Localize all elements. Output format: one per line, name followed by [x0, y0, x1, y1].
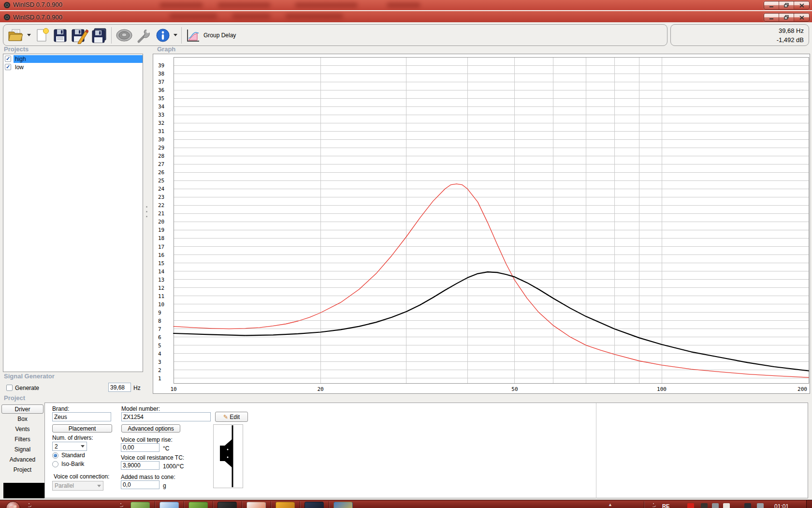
graph-panel[interactable]: 1234567891011121314151617181920212223242…	[153, 54, 810, 394]
svg-text:27: 27	[158, 161, 164, 167]
taskbar-app-2-icon[interactable]	[160, 502, 179, 508]
taskbar-separator	[242, 501, 242, 508]
splitter-grip-dot	[146, 211, 147, 212]
save-button[interactable]	[51, 26, 69, 45]
tray-monitor-icon[interactable]	[712, 503, 719, 508]
woofer-icon	[115, 27, 133, 44]
vc-temp-input[interactable]	[121, 443, 160, 452]
show-desktop-button[interactable]	[806, 500, 812, 508]
svg-text:5: 5	[158, 343, 161, 349]
redacted-text-blob	[295, 2, 358, 8]
tab-driver[interactable]: Driver	[1, 404, 44, 414]
panel-divider	[596, 403, 596, 498]
tray-grip[interactable]	[652, 502, 656, 508]
save-all-button[interactable]	[89, 26, 109, 45]
vc-connection-select[interactable]: Parallel	[52, 481, 103, 491]
tab-advanced[interactable]: Advanced	[1, 455, 44, 464]
vc-resistance-input[interactable]	[121, 461, 160, 470]
num-drivers-select[interactable]: 2	[52, 442, 87, 451]
brand-label: Brand:	[52, 405, 69, 412]
restore-button[interactable]	[779, 14, 794, 21]
close-button[interactable]	[794, 1, 809, 9]
taskbar-separator	[329, 501, 329, 508]
project-item-low[interactable]: ✓low	[3, 63, 143, 71]
project-item-high[interactable]: ✓high	[3, 55, 143, 63]
taskbar-app-4-icon[interactable]	[218, 502, 237, 508]
minimize-button[interactable]	[764, 1, 779, 9]
svg-text:8: 8	[158, 318, 161, 324]
taskbar-clock[interactable]: 01:01	[774, 503, 789, 508]
taskbar-app-7-icon[interactable]	[304, 502, 324, 508]
tools-button[interactable]	[134, 26, 154, 45]
model-number-input[interactable]	[121, 412, 211, 421]
added-mass-input[interactable]	[121, 480, 160, 489]
new-project-button[interactable]	[32, 26, 51, 45]
placement-button[interactable]: Placement	[52, 424, 112, 433]
svg-text:39: 39	[158, 62, 164, 69]
cursor-frequency-readout: 39,68 Hz	[671, 26, 804, 35]
taskbar-app-3-icon[interactable]	[188, 502, 208, 508]
isobarik-radio[interactable]: Iso-Barik	[52, 461, 84, 467]
standard-radio[interactable]: Standard	[52, 452, 85, 459]
group-delay-plot-button[interactable]: Group Delay	[184, 26, 237, 45]
brand-input[interactable]	[52, 412, 111, 421]
open-button[interactable]	[6, 26, 26, 45]
tray-red-icon[interactable]	[687, 503, 694, 508]
winisd-window-titlebar[interactable]: WinISD 0.7.0.900	[0, 10, 812, 22]
tray-text-badge[interactable]: RE	[662, 503, 669, 508]
show-hidden-icons-button[interactable]: ▲	[608, 502, 612, 507]
cursor-readout-panel: 39,68 Hz -1,492 dB	[670, 24, 809, 46]
save-as-button[interactable]	[69, 26, 89, 45]
project-label: high	[14, 55, 143, 63]
svg-text:15: 15	[158, 260, 164, 267]
tray-dark-2-icon[interactable]	[744, 503, 751, 508]
tray-light-icon[interactable]	[723, 503, 730, 508]
restore-button[interactable]	[779, 1, 794, 9]
save-as-floppy-pencil-icon	[70, 27, 88, 44]
winisd-app-icon	[3, 14, 11, 21]
tab-filters[interactable]: Filters	[1, 435, 44, 444]
taskbar-app-5-icon[interactable]	[246, 502, 266, 508]
project-checkbox[interactable]: ✓	[5, 56, 11, 62]
projects-list[interactable]: ✓high✓low	[3, 54, 143, 372]
svg-text:17: 17	[158, 244, 164, 250]
num-drivers-label: Num. of drivers:	[52, 434, 93, 441]
redacted-text-blob	[160, 2, 203, 8]
advanced-options-button[interactable]: Advanced options	[121, 424, 180, 433]
window-title: WinISD 0.7.0.900	[13, 1, 62, 8]
driver-editor-button[interactable]	[114, 26, 134, 45]
edit-driver-button[interactable]: ✎ Edit	[215, 412, 248, 422]
tray-gray-icon[interactable]	[757, 503, 764, 508]
taskbar-app-6-icon[interactable]	[276, 502, 295, 508]
background-window-titlebar[interactable]: WinISD 0.7.0.900	[0, 0, 812, 10]
svg-text:22: 22	[158, 202, 164, 209]
svg-text:23: 23	[158, 194, 164, 200]
taskbar-grip[interactable]	[120, 502, 123, 508]
generate-checkbox[interactable]	[6, 385, 13, 391]
generator-frequency-input[interactable]	[108, 383, 131, 392]
project-checkbox[interactable]: ✓	[5, 64, 11, 70]
taskbar-app-1-icon[interactable]	[130, 502, 150, 508]
svg-text:11: 11	[158, 293, 164, 299]
redacted-text-blob	[218, 2, 271, 8]
projects-graph-splitter[interactable]	[144, 54, 152, 372]
taskbar-app-8-icon[interactable]	[334, 502, 353, 508]
tray-dark-1-icon[interactable]	[701, 503, 708, 508]
minimize-button[interactable]	[764, 14, 779, 21]
svg-text:10: 10	[170, 386, 176, 392]
svg-text:50: 50	[511, 386, 518, 392]
start-button[interactable]	[6, 501, 20, 508]
tab-box[interactable]: Box	[1, 415, 44, 424]
tab-project[interactable]: Project	[1, 465, 44, 475]
svg-text:30: 30	[158, 136, 164, 143]
splitter-grip-dot	[146, 216, 147, 217]
pencil-icon: ✎	[223, 414, 230, 420]
taskbar-grip[interactable]	[28, 502, 31, 508]
close-button[interactable]	[794, 14, 809, 21]
tab-signal[interactable]: Signal	[1, 445, 44, 454]
info-dropdown-arrow[interactable]	[174, 34, 177, 36]
open-dropdown-arrow[interactable]	[27, 34, 31, 36]
group-delay-chart[interactable]: 1234567891011121314151617181920212223242…	[153, 54, 810, 393]
info-button[interactable]	[154, 26, 172, 45]
tab-vents[interactable]: Vents	[1, 425, 44, 434]
